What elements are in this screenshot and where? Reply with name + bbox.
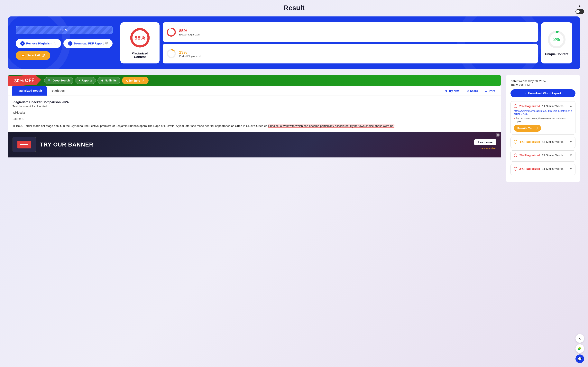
document-subtitle: Test document 1 - Unedited [13,105,496,108]
exact-donut [166,27,176,37]
tab-actions: ↺ Try New ⊙ Share 🖨 Print [443,88,497,94]
check-icon: ✓ [20,41,25,46]
sun-icon: ✦ [578,4,581,8]
plagiarized-card: 98% PlagiarizedContent [120,22,160,63]
text-highlighted: Euridice, a work with which she became p… [268,124,394,128]
print-label: Print [489,89,495,92]
chevron-down-4[interactable]: ∨ [570,167,572,171]
ad-logo: the money·izer [480,147,496,150]
promo-discount-text: 30% OFF [14,77,34,83]
rewrite-text-button-1[interactable]: Rewrite Text ⓘ [514,125,541,132]
click-here-label: Click here [126,79,140,82]
plag-percent-4: 2% Plagiarized [519,167,540,170]
plag-dot-1 [514,104,517,108]
unique-label: Unique Content [545,52,568,56]
tabs-bar: Plagiarized Result Statistics ↺ Try New … [8,86,501,96]
plag-dot-4 [514,167,517,171]
no-limits-icon: ⊕ [101,79,104,82]
plagiarism-item-2-header: 4% Plagiarized 44 Similar Words ∨ [514,140,572,143]
learn-more-button[interactable]: Learn more [474,139,496,145]
info-icon-ai: ⓘ [42,53,45,58]
ad-text-section: TRY OUR BANNER [40,142,93,148]
ad-banner-wrapper: TRY OUR BANNER Learn more the money·izer… [8,132,501,158]
promo-items: 🔍 Deep Search ● Reports ⊕ No limits Clic… [41,75,501,86]
right-panel: Date: Wednesday 28, 2024 Time: 2:39 PM ↓… [506,75,580,182]
date-line: Date: Wednesday 28, 2024 [510,80,575,83]
plag-dot-3 [514,154,517,157]
plagiarized-donut: 98% [129,27,151,49]
partial-plagiarized-card: 13% Partial Plagiarized [163,44,538,63]
time-line: Time: 2:39 PM [510,83,575,87]
rewrite-label-1: Rewrite Text [517,127,534,130]
document-title: Plagiarism Checker Comparison 2024 [13,100,496,104]
laptop-mock [13,137,36,152]
dark-mode-toggle[interactable] [575,9,584,14]
remove-plagiarism-button[interactable]: ✓ Remove Plagiarism ⓘ [16,39,61,48]
exact-label: Exact Plagiarized [179,33,200,36]
plag-words-4: 11 Similar Words [542,167,568,170]
close-ad-button[interactable]: ✕ [496,133,500,137]
plagiarism-item-3: 2% Plagiarized 22 Similar Words ∨ [510,150,575,162]
download-word-icon: ↓ [525,92,527,95]
exact-percent: 85% [179,28,200,33]
extension-button[interactable]: 🧩 [575,344,584,353]
try-new-button[interactable]: ↺ Try New [443,88,461,94]
print-button[interactable]: 🖨 Print [483,88,497,94]
progress-bar-wrap: 100% [16,26,113,34]
plagiarism-item-4: 2% Plagiarized 11 Similar Words ∨ [510,164,575,175]
exact-stat-info: 85% Exact Plagiarized [179,28,200,36]
unique-percent: 2% [553,37,560,42]
chevron-down-3[interactable]: ∨ [570,153,572,157]
ad-banner: TRY OUR BANNER Learn more the money·izer… [8,132,501,158]
download-pdf-label: Download PDF Report [74,42,104,45]
action-buttons: ✓ Remove Plagiarism ⓘ ↓ Download PDF Rep… [16,39,113,48]
no-limits-label: No limits [105,79,117,82]
click-here-button[interactable]: Click here ↗ [122,77,148,84]
ad-logo-section: Learn more the money·izer [474,139,496,150]
plag-words-1: 11 Similar Words [542,105,568,108]
plag-percent-2: 4% Plagiarized [519,140,540,143]
plagiarism-item-4-header: 2% Plagiarized 11 Similar Words ∨ [514,167,572,171]
plag-link-1[interactable]: https://www.memorabilix.co.uk/music-5/ka… [514,109,572,115]
share-button[interactable]: ⊙ Share [465,88,480,94]
printer-icon: 🖨 [485,89,488,92]
download-pdf-button[interactable]: ↓ Download PDF Report ⓘ [63,39,113,48]
plag-dot-2 [514,140,517,143]
chat-button[interactable]: 💬 [575,354,584,363]
left-panel-wrapper: 30% OFF 🔍 Deep Search ● Reports ⊕ No lim… [8,75,501,182]
tab-plagiarized-result[interactable]: Plagiarized Result [12,86,47,96]
main-content: 30% OFF 🔍 Deep Search ● Reports ⊕ No lim… [8,75,580,182]
info-icon-plagiarism: ⓘ [54,42,56,45]
sub-stats: 85% Exact Plagiarized 13% Partial Plagia… [163,22,538,63]
remove-plagiarism-label: Remove Plagiarism [26,42,52,45]
source-wiki: Wikipedia [13,111,496,114]
plag-percent-1: 2% Plagiarized [519,104,540,108]
detect-ai-label: Detect AI [27,54,40,57]
partial-stat-info: 13% Partial Plagiarized [179,50,201,58]
panel-left: 100% ✓ Remove Plagiarism ⓘ ↓ Download PD… [16,26,113,60]
no-limits-button[interactable]: ⊕ No limits [98,77,120,84]
document-content: Plagiarism Checker Comparison 2024 Test … [8,96,501,128]
chevron-down-2[interactable]: ∨ [570,140,572,143]
reports-button[interactable]: ● Reports [75,77,96,84]
try-new-label: Try New [449,89,459,92]
share-label: Share [470,89,478,92]
click-here-arrow: ↗ [142,79,144,82]
deep-search-button[interactable]: 🔍 Deep Search [44,77,74,84]
try-new-icon: ↺ [445,89,448,92]
download-word-label: Download Word Report [528,92,561,95]
tab-statistics-label: Statistics [51,89,65,92]
deep-search-label: Deep Search [53,79,70,82]
unique-donut: 2% [547,30,566,49]
plagiarized-percent: 98% [134,35,145,41]
content-wrapper: Plagiarized Result Statistics ↺ Try New … [8,86,501,158]
reports-label: Reports [82,79,92,82]
chevron-up-1[interactable]: ∧ [570,104,572,108]
plag-snippet-1: By her own choice, these were her only t… [514,117,572,123]
plag-words-3: 22 Similar Words [542,154,568,157]
scroll-up-button[interactable]: ∧ [575,334,584,343]
tab-statistics[interactable]: Statistics [47,86,69,96]
plagiarism-item-2: 4% Plagiarized 44 Similar Words ∨ [510,137,575,148]
download-word-button[interactable]: ↓ Download Word Report [510,89,575,97]
detect-ai-button[interactable]: ⏩ Detect AI ⓘ [16,51,50,60]
